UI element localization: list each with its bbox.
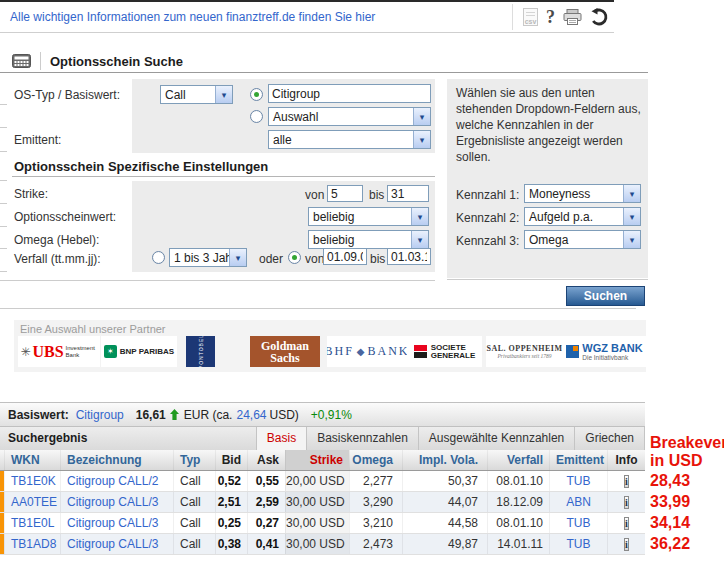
csv-export-icon[interactable]: csv bbox=[523, 8, 538, 26]
basiswert-input[interactable] bbox=[268, 84, 431, 103]
partner-logo-wgz-bank[interactable]: WGZ BANK Die Initiativbank bbox=[563, 336, 646, 367]
col-header-omega[interactable]: Omega bbox=[349, 450, 402, 470]
cell-emittent[interactable]: TUB bbox=[549, 534, 607, 554]
verfall-von-input[interactable] bbox=[323, 248, 367, 265]
results-title: Suchergebnis bbox=[8, 427, 87, 450]
info-icon[interactable]: i bbox=[624, 517, 629, 530]
strike-von-input[interactable] bbox=[327, 185, 363, 202]
cell-impl-vola: 44,07 bbox=[402, 492, 487, 512]
bhf-wordmark: BHF bbox=[327, 344, 354, 359]
basiswert-text-radio[interactable] bbox=[250, 88, 263, 101]
col-header-verfall[interactable]: Verfall bbox=[487, 450, 549, 470]
info-icon[interactable]: i bbox=[624, 496, 629, 509]
cell-bid: 0,38 bbox=[215, 534, 247, 554]
cell-bezeichnung[interactable]: Citigroup CALL/3 bbox=[60, 534, 173, 554]
basiswert-link[interactable]: Citigroup bbox=[76, 408, 124, 422]
partner-logo-vontobel[interactable]: VONTOBEL bbox=[186, 336, 215, 367]
kennzahl-3-select[interactable]: Omega ▾ bbox=[524, 230, 641, 249]
chevron-down-icon: ▾ bbox=[623, 208, 640, 225]
cell-bezeichnung[interactable]: Citigroup CALL/3 bbox=[60, 513, 173, 533]
col-header-impl-vola[interactable]: Impl. Vola. bbox=[402, 450, 487, 470]
partner-logo-goldman-sachs[interactable]: Goldman Sachs bbox=[250, 336, 320, 367]
cell-bezeichnung[interactable]: Citigroup CALL/2 bbox=[60, 471, 173, 491]
cell-wkn[interactable]: AA0TEE bbox=[4, 492, 60, 512]
os-typ-select-value: Call bbox=[161, 86, 215, 103]
strike-bis-input[interactable] bbox=[387, 185, 429, 202]
optionsscheinwert-select[interactable]: beliebig ▾ bbox=[308, 207, 429, 226]
basiswert-auswahl-radio[interactable] bbox=[250, 110, 263, 123]
info-icon[interactable]: i bbox=[624, 475, 629, 488]
cell-verfall: 14.01.11 bbox=[487, 534, 549, 554]
omega-select-value: beliebig bbox=[309, 231, 411, 248]
goldman-line2: Sachs bbox=[270, 352, 299, 364]
page-title: Optionsschein Suche bbox=[50, 54, 183, 69]
cell-emittent[interactable]: TUB bbox=[549, 513, 607, 533]
label-verfall-von: von bbox=[305, 252, 324, 266]
partner-logo-ubs[interactable]: ✳ UBS Investment Bank bbox=[18, 336, 100, 367]
tab-basiskennzahlen[interactable]: Basiskennzahlen bbox=[306, 427, 418, 450]
verfall-bis-input[interactable] bbox=[387, 248, 431, 265]
cell-strike: 30,00 USD bbox=[285, 492, 349, 512]
cell-wkn[interactable]: TB1E0L bbox=[4, 513, 60, 533]
table-row[interactable]: TB1E0L Citigroup CALL/3 Call 0,25 0,27 3… bbox=[0, 513, 645, 534]
auswahl-select[interactable]: Auswahl ▾ bbox=[268, 107, 431, 126]
cell-emittent[interactable]: ABN bbox=[549, 492, 607, 512]
cell-info: i bbox=[607, 534, 645, 554]
kennzahl-1-select[interactable]: Moneyness ▾ bbox=[524, 184, 641, 203]
kennzahl-1-select-value: Moneyness bbox=[525, 185, 623, 202]
table-row[interactable]: TB1AD8 Citigroup CALL/3 Call 0,38 0,41 3… bbox=[0, 534, 645, 555]
col-header-bid[interactable]: Bid bbox=[215, 450, 247, 470]
print-icon[interactable] bbox=[563, 9, 582, 25]
info-icon[interactable]: i bbox=[624, 538, 629, 551]
label-von: von bbox=[305, 188, 324, 202]
tab-griechen[interactable]: Griechen bbox=[574, 427, 645, 450]
omega-select[interactable]: beliebig ▾ bbox=[308, 230, 429, 249]
cell-wkn[interactable]: TB1AD8 bbox=[4, 534, 60, 554]
cell-info: i bbox=[607, 471, 645, 491]
row-tick bbox=[0, 104, 7, 105]
results-tabs: Basis Basiskennzahlen Ausgewählte Kennza… bbox=[256, 427, 645, 450]
info-banner-link[interactable]: Alle wichtigen Informationen zum neuen f… bbox=[10, 10, 375, 24]
cell-verfall: 18.12.09 bbox=[487, 492, 549, 512]
col-header-ask[interactable]: Ask bbox=[247, 450, 285, 470]
emittent-select[interactable]: alle ▾ bbox=[268, 130, 431, 149]
cell-typ: Call bbox=[173, 492, 215, 512]
label-emittent: Emittent: bbox=[14, 133, 61, 147]
help-icon[interactable]: ? bbox=[546, 8, 555, 26]
col-header-emittent[interactable]: Emittent bbox=[549, 450, 607, 470]
row-tick bbox=[0, 180, 7, 181]
cell-wkn[interactable]: TB1E0K bbox=[4, 471, 60, 491]
partner-logo-bnp-paribas[interactable]: ✶ BNP PARIBAS bbox=[101, 336, 177, 367]
cell-ask: 0,27 bbox=[247, 513, 285, 533]
table-row[interactable]: AA0TEE Citigroup CALL/3 Call 2,51 2,59 3… bbox=[0, 492, 645, 513]
cell-bezeichnung[interactable]: Citigroup CALL/3 bbox=[60, 492, 173, 512]
partner-logo-sal-oppenheim[interactable]: SAL. OPPENHEIM Privatbankiers seit 1789 bbox=[486, 336, 563, 367]
tab-basis[interactable]: Basis bbox=[256, 427, 306, 450]
top-bar: Alle wichtigen Informationen zum neuen f… bbox=[0, 2, 614, 33]
col-header-typ[interactable]: Typ bbox=[173, 450, 215, 470]
tab-ausgewaehlte-kennzahlen[interactable]: Ausgewählte Kennzahlen bbox=[418, 427, 574, 450]
verfall-period-select[interactable]: 1 bis 3 Jahr ▾ bbox=[169, 248, 247, 267]
col-header-bezeichnung[interactable]: Bezeichnung bbox=[60, 450, 173, 470]
kennzahl-2-select[interactable]: Aufgeld p.a. ▾ bbox=[524, 207, 641, 226]
verfall-range-radio[interactable] bbox=[288, 251, 301, 264]
bhf-bank-label: BANK bbox=[368, 344, 407, 359]
partner-logo-bhf-bank[interactable]: BHF ◆ BANK bbox=[327, 336, 407, 367]
divider bbox=[0, 280, 435, 281]
cell-strike: 30,00 USD bbox=[285, 513, 349, 533]
ubs-sub-label: Investment Bank bbox=[66, 345, 98, 359]
optionsscheinwert-select-value: beliebig bbox=[309, 208, 411, 225]
annotation-value: 28,43 bbox=[650, 470, 690, 491]
chevron-down-icon: ▾ bbox=[413, 131, 430, 148]
col-header-wkn[interactable]: WKN bbox=[4, 450, 60, 470]
suchen-button[interactable]: Suchen bbox=[566, 286, 645, 306]
module-header: Optionsschein Suche bbox=[0, 50, 648, 73]
cell-emittent[interactable]: TUB bbox=[549, 471, 607, 491]
annotation-value: 36,22 bbox=[650, 533, 690, 554]
os-typ-select[interactable]: Call ▾ bbox=[160, 85, 233, 104]
col-header-strike[interactable]: Strike bbox=[285, 450, 349, 470]
verfall-period-radio[interactable] bbox=[152, 251, 165, 264]
table-row[interactable]: TB1E0K Citigroup CALL/2 Call 0,52 0,55 2… bbox=[0, 471, 645, 492]
refresh-icon[interactable] bbox=[590, 8, 608, 26]
partner-logo-societe-generale[interactable]: SOCIETEGENERALE bbox=[407, 336, 482, 367]
